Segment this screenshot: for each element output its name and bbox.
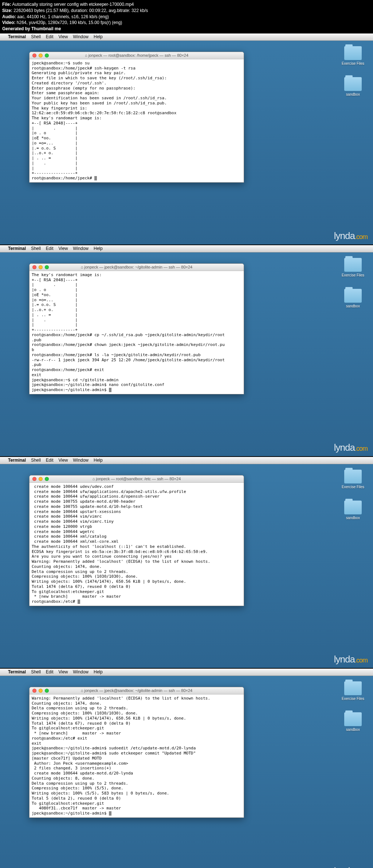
menu-terminal[interactable]: Terminal xyxy=(8,34,26,39)
menu-shell[interactable]: Shell xyxy=(31,34,41,39)
window-controls[interactable] xyxy=(32,689,49,693)
window-controls[interactable] xyxy=(32,53,49,57)
menu-view[interactable]: View xyxy=(59,246,68,251)
cursor-icon xyxy=(109,811,111,816)
terminal-window[interactable]: ⌂ jonpeck — jpeck@sandbox: ~/gitolite-ad… xyxy=(29,263,244,394)
desktop-folder-exercise-files[interactable]: Exercise Files xyxy=(340,470,366,489)
terminal-output[interactable]: The key's randomart image is: +--[ RSA 2… xyxy=(30,271,244,394)
thumbnail-2: Terminal Shell Edit View Window Help Exe… xyxy=(0,245,373,456)
mac-menubar: Terminal Shell Edit View Window Help xyxy=(0,669,373,676)
close-icon[interactable] xyxy=(32,53,36,57)
mac-menubar: Terminal Shell Edit View Window Help xyxy=(0,457,373,464)
terminal-title: ⌂ jonpeck — root@sandbox: /home/jpeck — … xyxy=(30,53,244,57)
window-controls[interactable] xyxy=(32,265,49,269)
thumbnail-3: Terminal Shell Edit View Window Help Exe… xyxy=(0,457,373,668)
menu-help[interactable]: Help xyxy=(94,669,103,674)
folder-icon xyxy=(344,289,362,303)
menu-edit[interactable]: Edit xyxy=(46,458,54,463)
lynda-watermark: lynda.com xyxy=(334,654,368,665)
terminal-title: ⌂ jonpeck — jpeck@sandbox: ~/gitolite-ad… xyxy=(30,265,244,269)
terminal-title: ⌂ jonpeck — jpeck@sandbox: ~/gitolite-ad… xyxy=(30,688,244,693)
folder-icon xyxy=(344,501,362,514)
menu-shell[interactable]: Shell xyxy=(31,458,41,463)
cursor-icon xyxy=(78,600,80,604)
lynda-watermark: lynda.com xyxy=(334,865,368,868)
zoom-icon[interactable] xyxy=(45,689,49,693)
thumbnail-1: Terminal Shell Edit View Window Help Exe… xyxy=(0,33,373,244)
mac-menubar: Terminal Shell Edit View Window Help xyxy=(0,33,373,41)
file-metadata-header: File: Automatically storing server confi… xyxy=(0,0,373,33)
lynda-watermark: lynda.com xyxy=(334,230,368,242)
menu-help[interactable]: Help xyxy=(94,246,103,251)
folder-icon xyxy=(344,258,362,272)
menu-edit[interactable]: Edit xyxy=(46,669,54,674)
menu-window[interactable]: Window xyxy=(73,458,89,463)
minimize-icon[interactable] xyxy=(39,265,43,269)
thumbnail-4: Terminal Shell Edit View Window Help Exe… xyxy=(0,669,373,868)
menu-view[interactable]: View xyxy=(59,34,68,39)
menu-view[interactable]: View xyxy=(59,669,68,674)
desktop-folder-sandbox[interactable]: sandbox xyxy=(340,712,366,732)
menu-edit[interactable]: Edit xyxy=(46,34,54,39)
menu-help[interactable]: Help xyxy=(94,34,103,39)
terminal-titlebar[interactable]: ⌂ jonpeck — root@sandbox: /home/jpeck — … xyxy=(30,52,244,59)
terminal-window[interactable]: ⌂ jonpeck — jpeck@sandbox: ~/gitolite-ad… xyxy=(29,687,244,818)
terminal-output[interactable]: jpeck@sandbox:~$ sudo su root@sandbox:/h… xyxy=(30,59,244,182)
menu-help[interactable]: Help xyxy=(94,458,103,463)
folder-icon xyxy=(344,77,362,91)
terminal-output[interactable]: create mode 100644 udev/udev.conf create… xyxy=(30,483,244,606)
menu-terminal[interactable]: Terminal xyxy=(8,669,26,674)
menu-terminal[interactable]: Terminal xyxy=(8,246,26,251)
menu-window[interactable]: Window xyxy=(73,669,89,674)
desktop-folder-sandbox[interactable]: sandbox xyxy=(340,289,366,308)
minimize-icon[interactable] xyxy=(39,689,43,693)
menu-shell[interactable]: Shell xyxy=(31,246,41,251)
minimize-icon[interactable] xyxy=(39,477,43,481)
terminal-titlebar[interactable]: ⌂ jonpeck — jpeck@sandbox: ~/gitolite-ad… xyxy=(30,264,244,271)
cursor-icon xyxy=(94,176,97,180)
mac-menubar: Terminal Shell Edit View Window Help xyxy=(0,245,373,252)
terminal-window[interactable]: ⌂ jonpeck — root@sandbox: /home/jpeck — … xyxy=(29,52,244,183)
terminal-window[interactable]: ⌂ jonpeck — root@sandbox: /etc — ssh — 8… xyxy=(29,475,244,606)
desktop-folder-sandbox[interactable]: sandbox xyxy=(340,501,366,520)
menu-edit[interactable]: Edit xyxy=(46,246,54,251)
menu-terminal[interactable]: Terminal xyxy=(8,458,26,463)
desktop-folder-sandbox[interactable]: sandbox xyxy=(340,77,366,96)
menu-window[interactable]: Window xyxy=(73,34,89,39)
window-controls[interactable] xyxy=(32,477,49,481)
zoom-icon[interactable] xyxy=(45,265,49,269)
close-icon[interactable] xyxy=(32,689,36,693)
terminal-output[interactable]: Warning: Permanently added 'localhost' (… xyxy=(30,694,244,817)
cursor-icon xyxy=(109,388,111,392)
folder-icon xyxy=(344,470,362,483)
desktop-folder-exercise-files[interactable]: Exercise Files xyxy=(340,258,366,277)
menu-view[interactable]: View xyxy=(59,458,68,463)
folder-icon xyxy=(344,46,362,60)
desktop-folder-exercise-files[interactable]: Exercise Files xyxy=(340,681,366,701)
zoom-icon[interactable] xyxy=(45,477,49,481)
minimize-icon[interactable] xyxy=(39,53,43,57)
menu-shell[interactable]: Shell xyxy=(31,669,41,674)
terminal-titlebar[interactable]: ⌂ jonpeck — jpeck@sandbox: ~/gitolite-ad… xyxy=(30,687,244,694)
zoom-icon[interactable] xyxy=(45,53,49,57)
close-icon[interactable] xyxy=(32,477,36,481)
lynda-watermark: lynda.com xyxy=(334,442,368,453)
menu-window[interactable]: Window xyxy=(73,246,89,251)
terminal-titlebar[interactable]: ⌂ jonpeck — root@sandbox: /etc — ssh — 8… xyxy=(30,475,244,483)
desktop-folder-exercise-files[interactable]: Exercise Files xyxy=(340,46,366,65)
folder-icon xyxy=(344,712,362,726)
close-icon[interactable] xyxy=(32,265,36,269)
folder-icon xyxy=(344,681,362,695)
terminal-title: ⌂ jonpeck — root@sandbox: /etc — ssh — 8… xyxy=(30,477,244,481)
